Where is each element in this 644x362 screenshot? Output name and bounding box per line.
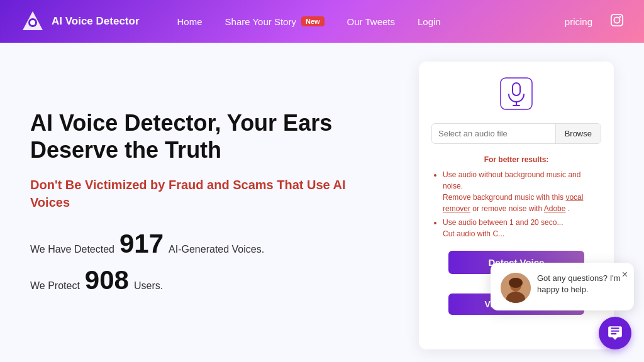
tips-section: For better results: Use audio without ba… (431, 154, 601, 242)
stat-voices: We Have Detected 917 AI-Generated Voices… (30, 229, 381, 259)
chat-popup-header: Got any questions? I'm happy to help. (501, 273, 624, 303)
stat-users: We Protect 908 Users. (30, 265, 381, 295)
nav-login[interactable]: Login (418, 16, 441, 27)
instagram-icon[interactable] (610, 13, 624, 30)
new-badge: New (301, 16, 325, 26)
hero-section: AI Voice Detector, Your Ears Deserve the… (30, 62, 394, 349)
chat-popup: × Got any questions? I'm happy to help. (491, 263, 634, 310)
chat-icon (607, 325, 623, 341)
tips-title: For better results: (431, 154, 601, 165)
nav-right: pricing (565, 13, 624, 30)
adobe-link[interactable]: Adobe (544, 204, 566, 213)
file-input-row[interactable]: Browse (431, 123, 601, 144)
chat-avatar (501, 273, 531, 303)
chat-close-button[interactable]: × (622, 269, 628, 280)
svg-point-13 (509, 278, 523, 288)
file-input[interactable] (432, 124, 555, 143)
nav-pricing[interactable]: pricing (565, 16, 592, 27)
avatar-image (501, 273, 531, 303)
nav-home[interactable]: Home (177, 16, 203, 27)
hero-subtitle: Don't Be Victimized by Fraud and Scams T… (30, 176, 381, 211)
navbar: AI Voice Detector Home Share Your Story … (0, 0, 644, 43)
logo-icon (20, 9, 45, 34)
nav-links: Home Share Your Story New Our Tweets Log… (177, 16, 565, 27)
tips-list: Use audio without background music and n… (431, 169, 601, 239)
logo[interactable]: AI Voice Detector (20, 9, 140, 34)
mic-icon (499, 77, 533, 111)
svg-point-5 (619, 16, 621, 18)
chat-message: Got any questions? I'm happy to help. (537, 273, 624, 295)
voices-count: 917 (119, 229, 164, 259)
mic-icon-wrap (499, 77, 533, 113)
svg-point-4 (614, 17, 619, 23)
chat-bubble-button[interactable] (599, 317, 631, 349)
svg-point-2 (30, 20, 35, 25)
tip-2: Use audio between 1 and 20 seco... Cut a… (443, 217, 601, 239)
main-content: AI Voice Detector, Your Ears Deserve the… (0, 43, 644, 362)
tip-1: Use audio without background music and n… (443, 169, 601, 214)
nav-share[interactable]: Share Your Story New (225, 16, 325, 27)
svg-rect-7 (513, 83, 520, 96)
logo-text: AI Voice Detector (52, 15, 140, 28)
users-count: 908 (85, 265, 129, 295)
browse-button[interactable]: Browse (555, 124, 601, 143)
hero-title: AI Voice Detector, Your Ears Deserve the… (30, 109, 381, 163)
svg-rect-3 (611, 14, 623, 25)
nav-tweets[interactable]: Our Tweets (347, 16, 395, 27)
